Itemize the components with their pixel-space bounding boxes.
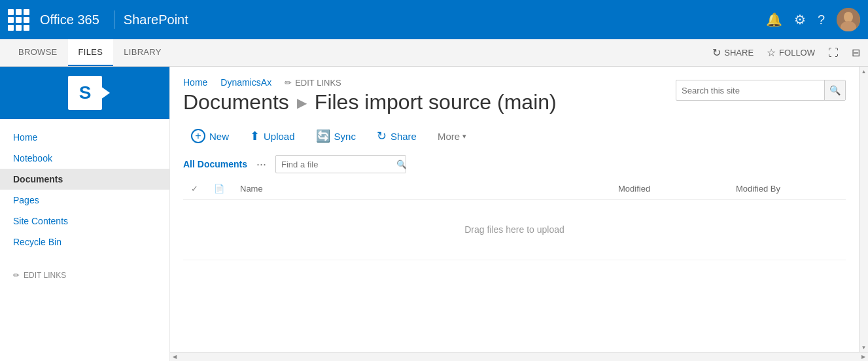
tab-files[interactable]: FILES — [68, 39, 114, 66]
file-type-icon: 📄 — [214, 184, 224, 194]
dock-icon: ⊟ — [852, 46, 860, 59]
follow-label: FOLLOW — [779, 48, 815, 58]
search-icon: 🔍 — [829, 85, 841, 95]
scroll-down-arrow[interactable]: ▼ — [859, 343, 868, 352]
breadcrumb-home[interactable]: Home — [183, 77, 207, 88]
find-file-box[interactable]: 🔍 — [275, 155, 406, 173]
find-file-input[interactable] — [276, 160, 396, 169]
scroll-right-arrow[interactable]: ▶ — [859, 352, 868, 362]
check-icon: ✓ — [191, 184, 198, 194]
user-avatar[interactable] — [837, 8, 860, 31]
fullscreen-action[interactable]: ⛶ — [828, 47, 839, 59]
sidebar-nav: Home Notebook Documents Pages Site Conte… — [0, 119, 169, 260]
file-table: ✓ 📄 Name Modified — [183, 179, 846, 260]
share-icon: ↻ — [712, 46, 721, 59]
tab-browse[interactable]: BROWSE — [8, 39, 68, 66]
scroll-up-arrow[interactable]: ▲ — [859, 67, 868, 76]
view-more-button[interactable]: ··· — [252, 156, 270, 173]
new-plus-icon: + — [191, 129, 205, 143]
upload-icon: ⬆ — [250, 129, 260, 143]
col-modified-header[interactable]: Modified — [610, 179, 728, 199]
share-label: SHARE — [724, 48, 754, 58]
pencil-breadcrumb-icon: ✏ — [285, 78, 292, 88]
pencil-icon: ✏ — [13, 271, 20, 280]
sync-icon: 🔄 — [316, 129, 330, 143]
app-launcher-button[interactable] — [8, 9, 29, 31]
page-title: Documents ▶ Files import source (main) — [183, 90, 557, 114]
sidebar-item-site-contents[interactable]: Site Contents — [0, 211, 169, 232]
share-button[interactable]: ↻ Share — [369, 125, 425, 147]
page-title-documents: Documents — [183, 90, 289, 114]
col-modified-by-header[interactable]: Modified By — [728, 179, 846, 199]
dock-action[interactable]: ⊟ — [852, 46, 860, 59]
sidebar: S Home Notebook Documents Pages — [0, 67, 170, 361]
table-header-row: ✓ 📄 Name Modified — [183, 179, 846, 199]
sidebar-item-pages[interactable]: Pages — [0, 190, 169, 211]
search-box[interactable]: 🔍 — [676, 80, 846, 101]
search-input[interactable] — [676, 86, 824, 95]
top-bar-icons: 🔔 ⚙ ? — [766, 8, 860, 31]
top-bar-divider — [114, 10, 114, 29]
share-action[interactable]: ↻ SHARE — [712, 46, 754, 59]
col-check-header: ✓ — [183, 179, 206, 199]
breadcrumb-edit-links[interactable]: ✏ EDIT LINKS — [285, 78, 341, 88]
follow-action[interactable]: ☆ FOLLOW — [767, 46, 815, 59]
table-row: Drag files here to upload — [183, 199, 846, 260]
site-logo[interactable]: S — [0, 67, 170, 119]
help-question-icon[interactable]: ? — [818, 12, 825, 27]
ribbon: BROWSE FILES LIBRARY ↻ SHARE ☆ FOLLOW ⛶ … — [0, 39, 868, 67]
sidebar-item-home[interactable]: Home — [0, 127, 169, 148]
top-bar: Office 365 SharePoint 🔔 ⚙ ? — [0, 0, 868, 39]
sidebar-item-documents[interactable]: Documents — [0, 169, 169, 190]
sharepoint-label: SharePoint — [124, 12, 188, 27]
sidebar-edit-links[interactable]: ✏ EDIT LINKS — [0, 266, 169, 285]
view-bar: All Documents ··· 🔍 — [170, 155, 859, 179]
svg-point-1 — [844, 12, 853, 22]
share-refresh-icon: ↻ — [377, 129, 387, 143]
new-button[interactable]: + New — [183, 125, 237, 147]
sidebar-item-notebook[interactable]: Notebook — [0, 148, 169, 169]
sidebar-item-recycle-bin[interactable]: Recycle Bin — [0, 232, 169, 252]
page-title-arrow: ▶ — [297, 95, 307, 111]
sync-button[interactable]: 🔄 Sync — [308, 125, 364, 147]
find-file-search-button[interactable]: 🔍 — [396, 155, 406, 173]
empty-drop-area: Drag files here to upload — [191, 205, 838, 254]
notification-bell-icon[interactable]: 🔔 — [766, 12, 782, 27]
settings-gear-icon[interactable]: ⚙ — [794, 12, 806, 27]
breadcrumb: Home DynamicsAx ✏ EDIT LINKS — [183, 77, 557, 88]
col-name-header[interactable]: Name — [232, 179, 610, 199]
toolbar: + New ⬆ Upload 🔄 Sync ↻ — [170, 125, 859, 155]
breadcrumb-dynamicsax[interactable]: DynamicsAx — [220, 77, 271, 88]
vertical-scrollbar[interactable]: ▲ ▼ — [859, 67, 868, 352]
all-documents-label[interactable]: All Documents — [183, 159, 247, 169]
more-chevron-icon: ▾ — [462, 132, 466, 141]
star-icon: ☆ — [767, 46, 776, 59]
office365-label: Office 365 — [40, 12, 99, 27]
more-button[interactable]: More ▾ — [430, 127, 474, 146]
tab-library[interactable]: LIBRARY — [113, 39, 172, 66]
page-title-subtitle: Files import source (main) — [315, 90, 557, 114]
upload-button[interactable]: ⬆ Upload — [242, 125, 303, 147]
col-icon-header: 📄 — [206, 179, 232, 199]
content-header: Home DynamicsAx ✏ EDIT LINKS Documents ▶ — [170, 67, 859, 125]
find-file-search-icon: 🔍 — [396, 160, 406, 169]
file-list-area: ✓ 📄 Name Modified — [170, 179, 859, 260]
fullscreen-icon: ⛶ — [828, 47, 839, 59]
horizontal-scrollbar[interactable]: ◀ ▶ — [170, 352, 868, 361]
sharepoint-logo-icon: S — [68, 76, 102, 110]
scroll-left-arrow[interactable]: ◀ — [170, 352, 179, 362]
search-button[interactable]: 🔍 — [824, 80, 845, 101]
